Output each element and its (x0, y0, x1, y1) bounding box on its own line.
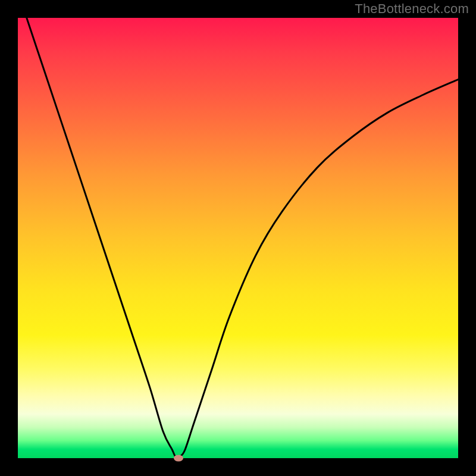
chart-frame: TheBottleneck.com (0, 0, 476, 476)
watermark-text: TheBottleneck.com (355, 1, 469, 17)
optimal-point-marker (174, 455, 183, 462)
plot-area (18, 18, 458, 458)
bottleneck-curve (18, 18, 458, 458)
